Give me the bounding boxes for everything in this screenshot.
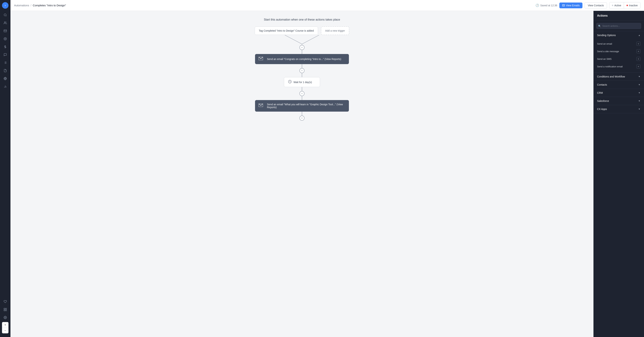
action-send-site-message[interactable]: Send a site message + [594,48,644,55]
active-status-button[interactable]: Active [609,2,624,9]
section-conditions-workflow: Conditions and Workflow ▼ [594,73,644,81]
section-salesforce: Salesforce ▼ [594,97,644,105]
breadcrumb: Automations / Completes "Intro to Design… [14,4,66,7]
add-send-email-icon[interactable]: + [636,42,640,46]
world-icon[interactable] [2,75,9,82]
trigger-node-add[interactable]: Add a new trigger [321,26,350,35]
chart-icon[interactable] [2,83,9,90]
clock-icon [288,80,292,84]
action-node-2-label: Send an email "What you will learn in "G… [267,103,345,109]
zoom-in-button[interactable]: + [2,322,8,327]
svg-rect-19 [4,310,5,311]
add-sms-icon[interactable]: + [636,57,640,61]
chevron-down-icon-cx-apps: ▼ [638,108,640,110]
history-icon: 🕐 [536,4,539,7]
heart-icon[interactable] [2,298,9,305]
active-dot [612,5,613,6]
app-logo[interactable]: › [2,2,8,9]
section-contacts-header[interactable]: Contacts ▼ [594,81,644,89]
breadcrumb-parent[interactable]: Automations [14,4,29,7]
email-icon-2 [259,104,264,108]
doc-icon[interactable] [2,67,9,74]
connector-2 [302,64,302,68]
trigger-row: Tag Completed "Intro to Design" Course i… [255,26,350,35]
connector-1 [302,50,302,54]
chevron-up-icon: ▲ [638,34,640,37]
view-contacts-button[interactable]: View Contacts [584,2,607,9]
section-sending-options-body: Send an email + Send a site message + Se… [594,39,644,72]
add-step-button-1[interactable]: + [300,45,304,50]
zoom-controls: + − [2,322,8,333]
search-actions-input[interactable] [596,23,641,29]
saved-indicator: 🕐 Saved at 12:36 [536,4,557,7]
section-crm-header[interactable]: CRM ▼ [594,89,644,97]
search-icon[interactable] [2,12,9,19]
saved-text: Saved at 12:36 [540,4,557,7]
section-cx-apps-header[interactable]: CX Apps ▼ [594,105,644,113]
svg-line-1 [6,16,6,16]
svg-rect-18 [6,308,7,309]
breadcrumb-separator: / [30,4,31,7]
breadcrumb-current: Completes "Intro to Design" [33,4,66,7]
add-step-button-3[interactable]: + [300,91,304,96]
right-panel: Actions 🔍 Sending Options ▲ Send an emai… [594,11,644,337]
canvas-area: Start this automation when one of these … [10,11,594,337]
section-salesforce-header[interactable]: Salesforce ▼ [594,97,644,105]
section-conditions-workflow-header[interactable]: Conditions and Workflow ▼ [594,73,644,81]
flow-container: Tag Completed "Intro to Design" Course i… [239,26,365,121]
connector-4 [302,87,302,91]
section-sending-options-header[interactable]: Sending Options ▲ [594,31,644,39]
add-notification-email-icon[interactable]: + [636,65,640,69]
add-step-button-2[interactable]: + [300,68,304,73]
inactive-dot [626,5,628,6]
globe-icon[interactable] [2,35,9,42]
svg-line-22 [285,35,302,44]
svg-rect-20 [6,310,7,311]
action-send-notification-email[interactable]: Send a notification email + [594,63,644,70]
inactive-status-button[interactable]: Inactive [624,2,640,9]
wait-node-label: Wait for 1 day(s) [294,81,312,84]
header: Automations / Completes "Intro to Design… [10,0,644,11]
trigger-node-1[interactable]: Tag Completed "Intro to Design" Course i… [255,27,318,35]
connector-5 [302,96,302,100]
section-cx-apps: CX Apps ▼ [594,105,644,113]
list-icon[interactable] [2,59,9,66]
merge-lines-svg [255,35,349,45]
view-emails-button[interactable]: View Emails [559,3,582,8]
panel-title: Actions [594,11,644,21]
add-site-message-icon[interactable]: + [636,49,640,53]
canvas-title: Start this automation when one of these … [264,18,340,21]
status-toggle: Active Inactive [609,2,640,9]
svg-point-21 [5,317,6,318]
chat-icon[interactable] [2,51,9,58]
action-node-1[interactable]: Send an email "Congrats on completing "I… [255,54,349,64]
svg-point-2 [4,22,6,23]
dollar-icon[interactable] [2,43,9,50]
svg-point-4 [5,38,6,39]
action-node-2[interactable]: Send an email "What you will learn in "G… [255,100,349,112]
connector-3 [302,73,302,77]
action-send-sms[interactable]: Send an SMS + [594,55,644,63]
email-icon-1 [259,57,264,61]
chevron-down-icon-crm: ▼ [638,92,640,94]
pages-icon[interactable] [2,306,9,313]
zoom-out-button[interactable]: − [2,328,8,333]
mail-icon[interactable] [2,28,9,34]
add-step-button-4[interactable]: + [300,116,304,121]
users-icon[interactable] [2,20,9,26]
main-content: Automations / Completes "Intro to Design… [10,0,644,337]
sidebar: › + − [0,0,10,337]
svg-point-3 [4,38,7,40]
action-send-email[interactable]: Send an email + [594,40,644,48]
chevron-down-icon-salesforce: ▼ [638,100,640,102]
settings-icon[interactable] [2,314,9,321]
section-sending-options: Sending Options ▲ Send an email + Send a… [594,31,644,73]
section-crm: CRM ▼ [594,89,644,97]
svg-rect-17 [4,308,5,309]
svg-point-0 [4,14,6,16]
chevron-down-icon-conditions: ▼ [638,75,640,78]
action-node-1-label: Send an email "Congrats on completing "I… [267,58,345,61]
wait-node[interactable]: Wait for 1 day(s) [284,77,320,87]
chevron-down-icon-contacts: ▼ [638,84,640,86]
panel-search-area: 🔍 [594,21,644,31]
